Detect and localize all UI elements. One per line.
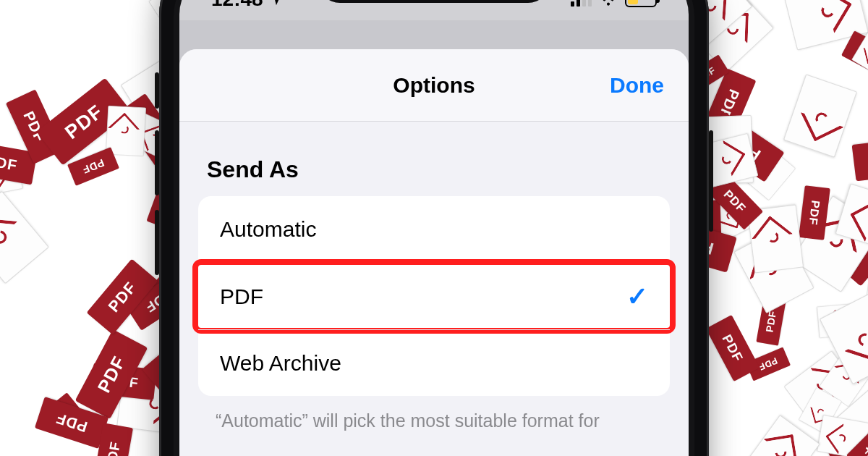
- sheet-header: Options Done: [179, 49, 689, 122]
- status-time: 12:48: [211, 0, 263, 11]
- section-header-send-as: Send As: [179, 122, 689, 196]
- pdf-doc-icon: [0, 191, 48, 284]
- status-bar: 12:48: [179, 0, 689, 20]
- options-sheet: Options Done Send As Automatic ✓ PDF ✓ W…: [179, 49, 689, 456]
- iphone-screen: 12:48: [179, 0, 689, 456]
- option-label: PDF: [220, 284, 263, 309]
- location-services-icon: [268, 0, 284, 7]
- option-web-archive[interactable]: Web Archive ✓: [198, 329, 670, 396]
- checkmark-icon: ✓: [626, 282, 648, 312]
- battery-icon: [625, 0, 657, 7]
- iphone-frame: 12:48: [159, 0, 709, 456]
- option-label: Automatic: [220, 217, 316, 242]
- option-automatic[interactable]: Automatic ✓: [198, 196, 670, 263]
- volume-up-button: [155, 130, 159, 195]
- power-button: [709, 130, 713, 232]
- iphone-notch: [318, 0, 550, 3]
- option-pdf[interactable]: PDF ✓: [198, 263, 670, 329]
- pdf-tag-icon: PDF: [705, 315, 760, 381]
- option-label: Web Archive: [220, 351, 341, 376]
- battery-level: [628, 0, 638, 4]
- mute-switch: [155, 72, 159, 109]
- pdf-doc-icon: [783, 74, 857, 157]
- sheet-title: Options: [393, 73, 475, 98]
- send-as-option-list: Automatic ✓ PDF ✓ Web Archive ✓: [198, 196, 670, 396]
- wifi-icon: [599, 0, 618, 9]
- pdf-doc-icon: [106, 106, 146, 156]
- done-button[interactable]: Done: [610, 73, 664, 98]
- volume-down-button: [155, 210, 159, 275]
- cellular-signal-icon: [571, 0, 592, 7]
- footer-hint-text: “Automatic” will pick the most suitable …: [179, 396, 689, 431]
- pdf-tag-icon: PDF: [851, 136, 868, 182]
